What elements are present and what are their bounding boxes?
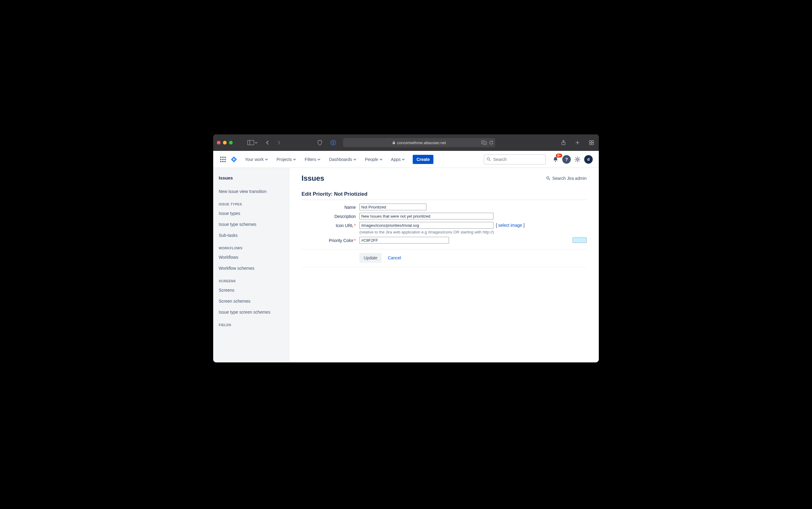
browser-forward-button[interactable] <box>275 139 283 146</box>
search-admin-label: Search Jira admin <box>552 176 587 181</box>
svg-line-24 <box>576 161 576 161</box>
avatar[interactable]: d <box>584 155 593 164</box>
global-search[interactable] <box>484 154 546 165</box>
svg-line-27 <box>549 179 550 180</box>
label-priority-color: Priority Color* <box>301 237 359 243</box>
minimize-window-button[interactable] <box>223 141 227 144</box>
label-name: Name <box>301 204 359 210</box>
help-button[interactable]: ? <box>562 155 571 164</box>
nav-filters[interactable]: Filters <box>301 155 324 164</box>
sidebar-item-workflow-schemes[interactable]: Workflow schemes <box>213 263 289 274</box>
svg-rect-12 <box>589 143 591 145</box>
sidebar-section-fields: FIELDS <box>213 317 289 329</box>
svg-rect-13 <box>592 143 594 145</box>
search-icon <box>487 157 491 162</box>
jira-top-nav: Your work Projects Filters Dashboards Pe… <box>213 151 599 168</box>
notifications-button[interactable]: 9+ <box>551 155 560 164</box>
nav-label: Apps <box>391 157 401 162</box>
main-content: Issues Search Jira admin Edit Priority: … <box>289 168 599 363</box>
window-controls <box>217 141 233 144</box>
name-input[interactable] <box>359 204 427 210</box>
sidebar-item-issue-type-screen-schemes[interactable]: Issue type screen schemes <box>213 307 289 317</box>
sidebar-item-sub-tasks[interactable]: Sub-tasks <box>213 230 289 241</box>
sidebar-item-screens[interactable]: Screens <box>213 285 289 296</box>
sidebar-item-issue-types[interactable]: Issue types <box>213 208 289 219</box>
browser-url: concertwithme.atlassian.net <box>397 140 446 145</box>
label-icon-url: Icon URL* <box>301 222 359 228</box>
sidebar-item-new-issue-view-transition[interactable]: New issue view transition <box>213 186 289 197</box>
select-image-link[interactable]: select image <box>498 223 522 228</box>
jira-logo-icon[interactable] <box>230 156 237 163</box>
browser-titlebar: concertwithme.atlassian.net Aあ <box>213 134 599 151</box>
admin-sidebar: Issues New issue view transition ISSUE T… <box>213 168 289 363</box>
browser-back-button[interactable] <box>264 139 271 146</box>
svg-line-22 <box>576 157 576 158</box>
gear-icon <box>575 156 581 163</box>
chevron-down-icon <box>293 158 296 161</box>
svg-line-25 <box>579 157 579 158</box>
share-icon[interactable] <box>560 139 567 146</box>
settings-button[interactable] <box>573 155 582 164</box>
svg-rect-0 <box>248 140 254 145</box>
browser-address-bar[interactable]: concertwithme.atlassian.net Aあ <box>343 138 495 147</box>
nav-label: People <box>365 157 378 162</box>
svg-rect-11 <box>592 140 594 142</box>
nav-label: Filters <box>304 157 316 162</box>
priority-color-swatch[interactable] <box>573 237 587 243</box>
privacy-shield-icon[interactable] <box>316 139 324 146</box>
sidebar-title: Issues <box>213 173 289 186</box>
notif-badge: 9+ <box>556 154 562 158</box>
sidebar-item-workflows[interactable]: Workflows <box>213 252 289 263</box>
search-icon <box>546 176 550 180</box>
nav-your-work[interactable]: Your work <box>242 155 271 164</box>
global-search-input[interactable] <box>493 157 543 162</box>
svg-text:あ: あ <box>484 142 486 144</box>
chevron-down-icon <box>318 158 321 161</box>
chevron-down-icon <box>402 158 405 161</box>
nav-people[interactable]: People <box>362 155 385 164</box>
form-title: Edit Priority: Not Priotizied <box>301 191 587 200</box>
browser-window: concertwithme.atlassian.net Aあ <box>213 134 599 363</box>
svg-point-17 <box>577 159 578 160</box>
sidebar-section-issue-types: ISSUE TYPES <box>213 197 289 208</box>
close-window-button[interactable] <box>217 141 221 144</box>
svg-point-14 <box>487 158 489 160</box>
sidebar-item-screen-schemes[interactable]: Screen schemes <box>213 296 289 307</box>
password-manager-icon[interactable] <box>330 139 337 146</box>
description-input[interactable] <box>359 213 493 219</box>
update-button[interactable]: Update <box>359 253 382 263</box>
tab-overview-icon[interactable] <box>588 139 595 146</box>
sidebar-section-workflows: WORKFLOWS <box>213 241 289 252</box>
nav-apps[interactable]: Apps <box>388 155 408 164</box>
create-button[interactable]: Create <box>413 155 433 164</box>
browser-sidebar-toggle[interactable] <box>247 140 258 145</box>
sidebar-section-screens: SCREENS <box>213 274 289 285</box>
nav-label: Dashboards <box>329 157 352 162</box>
svg-text:A: A <box>482 141 483 143</box>
maximize-window-button[interactable] <box>229 141 233 144</box>
icon-url-input[interactable] <box>359 222 493 229</box>
page-title: Issues <box>301 174 324 182</box>
svg-rect-10 <box>589 140 591 142</box>
translate-icon[interactable]: Aあ <box>481 140 487 145</box>
chevron-down-icon <box>265 158 268 161</box>
svg-line-15 <box>489 160 491 161</box>
svg-rect-3 <box>333 141 334 144</box>
app-switcher-icon[interactable] <box>219 156 227 163</box>
search-jira-admin[interactable]: Search Jira admin <box>546 176 587 181</box>
reload-icon[interactable] <box>489 140 493 145</box>
svg-point-16 <box>555 161 556 162</box>
svg-line-23 <box>579 161 579 161</box>
new-tab-icon[interactable] <box>574 139 581 146</box>
cancel-button[interactable]: Cancel <box>388 256 401 260</box>
nav-label: Projects <box>276 157 292 162</box>
svg-point-26 <box>547 177 549 179</box>
icon-url-hint: (relative to the Jira web application e.… <box>359 230 587 234</box>
nav-dashboards[interactable]: Dashboards <box>326 155 359 164</box>
priority-color-input[interactable] <box>359 237 449 243</box>
chevron-down-icon <box>353 158 356 161</box>
sidebar-item-issue-type-schemes[interactable]: Issue type schemes <box>213 219 289 230</box>
label-description: Description <box>301 213 359 219</box>
svg-rect-4 <box>393 142 395 144</box>
nav-projects[interactable]: Projects <box>273 155 299 164</box>
